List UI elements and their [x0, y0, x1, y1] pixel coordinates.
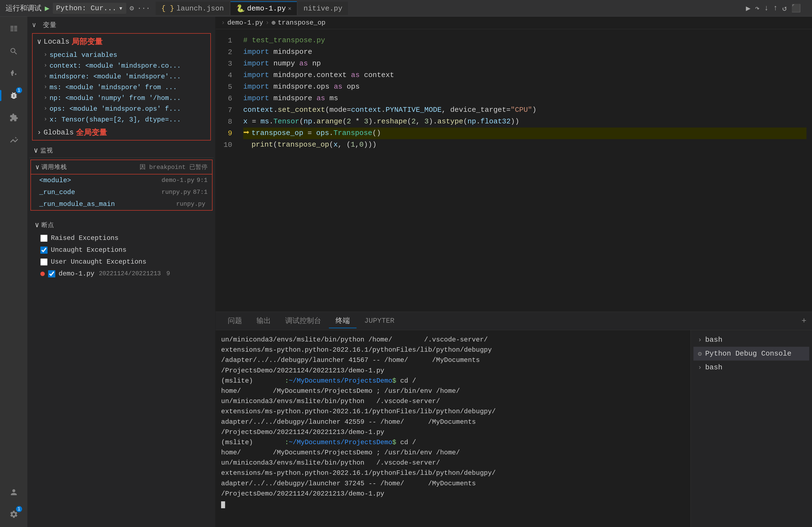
bp-raised-checkbox[interactable]: [40, 235, 47, 242]
stop-icon[interactable]: ⬛: [791, 4, 801, 13]
sidebar-item-search[interactable]: [4, 41, 24, 61]
chevron-right-icon: ›: [37, 129, 42, 137]
var-np[interactable]: › np: <module 'numpy' from '/hom...: [33, 93, 210, 104]
tab-nitive-py[interactable]: nitive.py: [298, 2, 348, 15]
var-ms[interactable]: › ms: <module 'mindspore' from ...: [33, 82, 210, 93]
tab-debug-console[interactable]: 调试控制台: [279, 314, 328, 328]
tab-output[interactable]: 输出: [250, 314, 277, 328]
globals-cn-label: 全局变量: [76, 127, 107, 138]
breakpoints-list: Raised Exceptions Uncaught Exceptions Us…: [30, 232, 213, 280]
locals-label: Locals: [44, 37, 70, 46]
bp-demo-file[interactable]: demo-1.py 20221124/20221213 9: [30, 268, 213, 280]
terminal-icon: ›: [698, 336, 702, 344]
sidebar-item-test[interactable]: [4, 130, 24, 150]
close-icon[interactable]: ✕: [288, 5, 291, 12]
tab-label: nitive.py: [303, 4, 342, 13]
code-line-8: x = ms.Tensor(np.arange(2 * 3).reshape(2…: [243, 116, 807, 127]
chevron-right-icon: ›: [44, 84, 47, 91]
bp-user-uncaught[interactable]: User Uncaught Exceptions: [30, 256, 213, 268]
tab-demo-1-py[interactable]: 🐍 demo-1.py ✕: [231, 1, 297, 15]
tab-problems[interactable]: 问题: [221, 314, 249, 328]
chevron-right-icon: ›: [221, 19, 225, 27]
var-context[interactable]: › context: <module 'mindspore.co...: [33, 60, 210, 71]
sidebar-item-explorer[interactable]: [4, 19, 24, 39]
gear-icon[interactable]: ⚙: [130, 4, 134, 13]
watch-label: 监视: [40, 146, 53, 155]
code-line-2: import mindspore: [243, 46, 807, 58]
watch-header[interactable]: ∨ 监视: [29, 143, 214, 158]
bp-raised-exceptions[interactable]: Raised Exceptions: [30, 232, 213, 244]
code-line-10: print(transpose_op(x, (1,0))): [243, 139, 807, 151]
terminal-sessions: › bash ⚙ Python Debug Console › bash: [691, 330, 812, 527]
code-content: # test_transpose.py import mindspore imp…: [238, 29, 812, 312]
step-into-icon[interactable]: ↓: [764, 4, 769, 12]
breakpoints-section: ∨ 断点 Raised Exceptions Uncaught Exceptio…: [30, 218, 213, 280]
step-out-icon[interactable]: ↑: [773, 4, 778, 12]
debug-config[interactable]: Python: Cur... ▾: [53, 3, 126, 14]
debug-console-icon: ⚙: [698, 350, 702, 358]
chevron-right-icon: ›: [44, 51, 47, 58]
globals-label: Globals: [44, 129, 74, 137]
editor-tabs: { } launch.json 🐍 demo-1.py ✕ nitive.py: [156, 1, 735, 15]
bp-uncaught-exceptions[interactable]: Uncaught Exceptions: [30, 244, 213, 256]
play-icon[interactable]: ▶: [45, 4, 49, 13]
sidebar-item-account[interactable]: [4, 482, 24, 502]
terminal-line-7: un/miniconda3/envs/mslite/bin/python /.v…: [221, 396, 685, 406]
python-config-label: Python: Cur...: [56, 4, 116, 12]
tab-label: launch.json: [176, 4, 224, 13]
terminal-line-4: /ProjectsDemo/20221124/20221213/demo-1.p…: [221, 365, 685, 376]
code-line-5: import mindspore.ops as ops: [243, 81, 807, 93]
debug-badge: 1: [16, 87, 22, 93]
chevron-down-icon: ∨: [37, 37, 42, 46]
debug-toolbar: ▶ ↷ ↓ ↑ ↺ ⬛: [740, 4, 807, 13]
var-x[interactable]: › x: Tensor(shape=[2, 3], dtype=...: [33, 114, 210, 125]
tab-terminal[interactable]: 终端: [329, 314, 357, 328]
var-special[interactable]: › special variables: [33, 50, 210, 60]
bp-uncaught-checkbox[interactable]: [40, 246, 47, 254]
tab-jupyter[interactable]: JUPYTER: [358, 314, 401, 328]
breakpoint-dot-icon: [40, 272, 45, 276]
session-label-bash1: bash: [705, 336, 722, 344]
breakpoints-header[interactable]: ∨ 断点: [30, 218, 213, 232]
sidebar-item-debug[interactable]: 1: [4, 86, 24, 105]
terminal-line-2: extensions/ms-python.python-2022.16.1/py…: [221, 345, 685, 355]
breadcrumb-file[interactable]: demo-1.py: [227, 19, 263, 27]
ellipsis-icon[interactable]: ···: [137, 4, 150, 12]
add-terminal-icon[interactable]: +: [801, 316, 807, 326]
terminal-line-6: home/ /MyDocuments/ProjectsDemo ; /usr/b…: [221, 386, 685, 396]
sidebar-item-extensions[interactable]: [4, 108, 24, 127]
callstack-item-3[interactable]: _run_module_as_main runpy.py: [31, 198, 212, 210]
locals-header[interactable]: ∨ Locals 局部变量: [33, 34, 210, 50]
tab-launch-json[interactable]: { } launch.json: [156, 2, 229, 15]
globals-header[interactable]: › Globals 全局变量: [33, 125, 210, 140]
terminal-line-12: home/ /MyDocuments/ProjectsDemo ; /usr/b…: [221, 448, 685, 458]
terminal-session-bash-2[interactable]: › bash: [693, 361, 809, 374]
titlebar: 运行和调试 ▶ Python: Cur... ▾ ⚙ ··· { } launc…: [0, 0, 812, 17]
terminal-body: un/miniconda3/envs/mslite/bin/python /ho…: [216, 330, 812, 527]
callstack-header[interactable]: ∨ 调用堆栈 因 breakpoint 已暂停: [30, 160, 213, 175]
terminal-line-3: /adapter/../../debugpy/launcher 41567 --…: [221, 355, 685, 365]
breadcrumb-sep: ›: [265, 19, 269, 27]
continue-icon[interactable]: ▶: [746, 4, 751, 13]
chevron-down-icon: ∨: [35, 221, 39, 229]
sidebar-item-source-control[interactable]: [4, 63, 24, 84]
bp-user-uncaught-checkbox[interactable]: [40, 258, 47, 266]
terminal-line-1: un/miniconda3/envs/mslite/bin/python /ho…: [221, 335, 685, 345]
breadcrumb: › demo-1.py › ⊕ transpose_op: [216, 17, 812, 29]
editor-area: › demo-1.py › ⊕ transpose_op 1 2 3 4 5 6…: [216, 17, 812, 527]
terminal-prompt: (mslite): [221, 377, 253, 385]
breadcrumb-symbol: ⊕: [271, 19, 275, 27]
chevron-right-icon: ›: [44, 116, 47, 123]
terminal-session-python-debug[interactable]: ⚙ Python Debug Console: [693, 347, 809, 361]
sidebar: ∨ 变量 ∨ Locals 局部变量 › special variables ›: [28, 17, 216, 527]
restart-icon[interactable]: ↺: [782, 4, 787, 13]
terminal-icon-2: ›: [698, 364, 702, 371]
var-ops[interactable]: › ops: <module 'mindspore.ops' f...: [33, 104, 210, 114]
bp-demo-checkbox[interactable]: [48, 270, 55, 277]
terminal-session-bash-1[interactable]: › bash: [693, 333, 809, 347]
callstack-item-1[interactable]: <module> demo-1.py 9:1: [31, 175, 212, 186]
sidebar-item-settings[interactable]: 1: [4, 505, 24, 524]
step-over-icon[interactable]: ↷: [755, 4, 760, 13]
callstack-item-2[interactable]: _run_code runpy.py 87:1: [31, 186, 212, 198]
var-mindspore[interactable]: › mindspore: <module 'mindspore'...: [33, 71, 210, 82]
